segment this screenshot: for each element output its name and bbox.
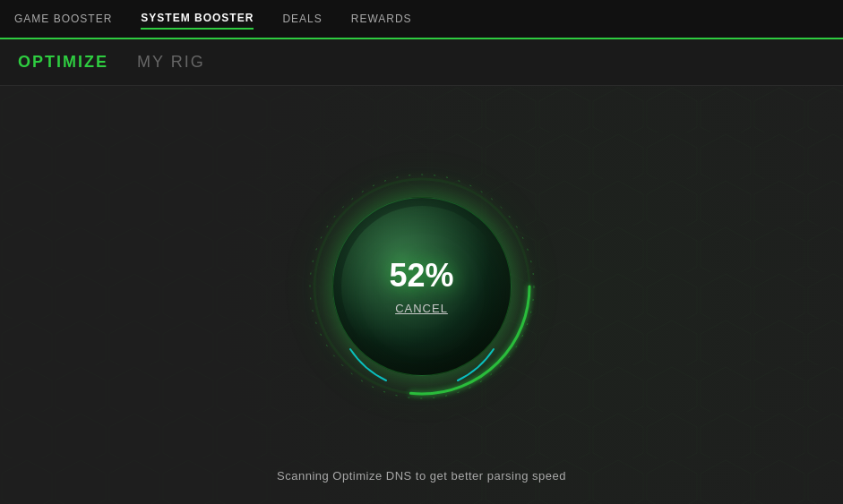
nav-rewards[interactable]: REWARDS <box>351 9 412 29</box>
top-nav: GAME BOOSTER SYSTEM BOOSTER DEALS REWARD… <box>0 0 843 39</box>
nav-game-booster[interactable]: GAME BOOSTER <box>14 9 112 29</box>
sub-nav-optimize[interactable]: OPTIMIZE <box>18 53 108 72</box>
status-text: Scanning Optimize DNS to get better pars… <box>277 469 566 483</box>
sub-header: OPTIMIZE MY RIG <box>0 39 843 86</box>
nav-system-booster[interactable]: SYSTEM BOOSTER <box>141 8 254 30</box>
main-content: 52% CANCEL Scanning Optimize DNS to get … <box>0 86 843 504</box>
inner-sphere: 52% CANCEL <box>332 197 512 376</box>
progress-percent: 52% <box>389 257 453 295</box>
cancel-button[interactable]: CANCEL <box>395 302 448 315</box>
nav-deals[interactable]: DEALS <box>282 9 322 29</box>
sub-nav-my-rig[interactable]: MY RIG <box>137 53 205 72</box>
progress-container: 52% CANCEL <box>305 170 538 403</box>
